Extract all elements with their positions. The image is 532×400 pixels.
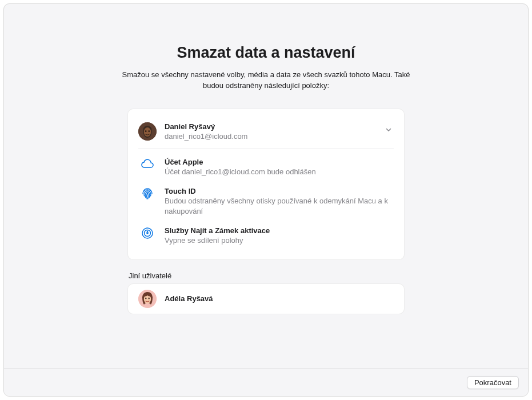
avatar <box>138 290 157 308</box>
find-my-icon <box>138 226 157 241</box>
page-subtitle: Smažou se všechny nastavené volby, média… <box>112 70 421 91</box>
find-my-sub: Vypne se sdílení polohy <box>165 235 394 246</box>
primary-user-text: Daniel Ryšavý daniel_rico1@icloud.com <box>165 122 394 142</box>
cloud-icon <box>138 157 157 172</box>
avatar-wrapper <box>138 122 157 141</box>
svg-point-3 <box>149 130 150 132</box>
fingerprint-icon <box>138 186 157 201</box>
erase-assistant-window: Smazat data a nastavení Smažou se všechn… <box>3 3 529 397</box>
avatar <box>138 122 157 141</box>
primary-user-email: daniel_rico1@icloud.com <box>165 131 394 142</box>
continue-button[interactable]: Pokračovat <box>467 376 519 389</box>
other-users-card: Adéla Ryšavá <box>127 283 405 314</box>
touch-id-text: Touch ID Budou odstraněny všechny otisky… <box>165 186 394 217</box>
touch-id-row: Touch ID Budou odstraněny všechny otisky… <box>138 182 394 221</box>
footer-bar: Pokračovat <box>4 369 528 396</box>
apple-account-title: Účet Apple <box>165 157 394 167</box>
touch-id-title: Touch ID <box>165 186 394 197</box>
apple-account-sub: Účet daniel_rico1@icloud.com bude odhláš… <box>165 167 394 177</box>
find-my-row: Služby Najít a Zámek aktivace Vypne se s… <box>138 221 394 250</box>
find-my-title: Služby Najít a Zámek aktivace <box>165 226 394 236</box>
other-user-row: Adéla Ryšavá <box>138 290 394 308</box>
other-user-name: Adéla Ryšavá <box>165 294 394 304</box>
primary-card: Daniel Ryšavý daniel_rico1@icloud.com Úč… <box>127 109 405 260</box>
page-title: Smazat data a nastavení <box>177 44 355 62</box>
apple-account-text: Účet Apple Účet daniel_rico1@icloud.com … <box>165 157 394 177</box>
apple-account-row: Účet Apple Účet daniel_rico1@icloud.com … <box>138 153 394 182</box>
primary-user-row[interactable]: Daniel Ryšavý daniel_rico1@icloud.com <box>138 117 394 149</box>
other-users-label: Jiní uživatelé <box>127 271 405 280</box>
chevron-down-icon <box>385 126 393 137</box>
svg-point-10 <box>149 297 150 299</box>
avatar-wrapper <box>138 290 157 308</box>
svg-point-9 <box>145 297 146 299</box>
content-area: Smazat data a nastavení Smažou se všechn… <box>4 4 528 369</box>
other-user-text: Adéla Ryšavá <box>165 294 394 304</box>
svg-point-2 <box>145 130 147 132</box>
find-my-text: Služby Najít a Zámek aktivace Vypne se s… <box>165 226 394 246</box>
touch-id-sub: Budou odstraněny všechny otisky používan… <box>165 196 394 216</box>
primary-user-name: Daniel Ryšavý <box>165 122 394 132</box>
svg-point-6 <box>146 232 149 234</box>
